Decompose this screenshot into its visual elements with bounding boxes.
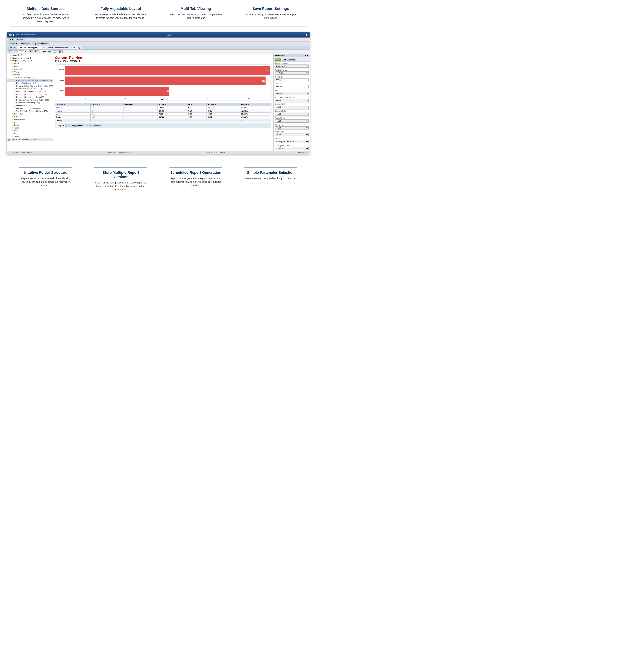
tree-item-concern-ranking[interactable]: 📄 Concern Ranking (119) [7,76,53,79]
tree-item-defect-data-dump[interactable]: 📄 Defect Data Dump (104) [7,82,53,85]
report-date-range: 19/03/2006 - 19/03/2014 [55,60,272,63]
tree-item-defects-product-rank[interactable]: 📄 Defects by Product and Rank (142) [7,96,53,99]
pct-ok-broken: 69.23 % [240,106,271,110]
tree-item-defect-detail[interactable]: 📄 Defect Detail by View and Grid Locatio… [7,85,53,87]
tree-item-audit[interactable]: 📁 Audit [7,65,53,68]
param-select-6[interactable]: << ALL >> [275,106,309,109]
param-desired-language: Desired Language English U.S. [274,62,310,68]
top-divider [10,26,307,27]
expand-all-btn[interactable]: ⊞ Expand All [19,139,29,141]
bottom-feature-title-1: Store Multiple Report Versions [94,168,147,179]
tab-concern-ranking[interactable]: Concern Ranking (119) [17,46,41,49]
table-row: missing 105 53 235.00 0.54 27.18 % 72.82… [55,110,272,113]
defects-link-broken[interactable]: 107 [92,107,95,109]
param-select-10[interactable]: << ALL >> [275,133,309,137]
col-concern[interactable]: Concern ÷ [55,103,91,106]
tree-item-defects-concern-color[interactable]: 📄 Defects by Concern-Color (123) [7,87,53,90]
refresh-btn[interactable]: 🔄 Refresh [8,139,18,141]
nav-last-btn[interactable]: ►| [34,50,39,53]
tab-concerns-responsible[interactable]: Concerns by Responsible Area and Cell (1… [41,46,82,49]
zoom-select[interactable]: 100% [41,50,51,53]
param-input-end-date[interactable] [275,85,309,88]
param-responsible-cell: Responsible Cell << ALL >> [274,110,310,117]
concern-link-missing[interactable]: missing [56,110,62,112]
totals-d1: 1.37 [187,116,206,119]
col-defects[interactable]: Defects ÷ [91,103,123,106]
print-icon[interactable]: 🖨 [53,50,57,53]
d1-missing: 0.54 [187,110,206,113]
tree-item-custom[interactable]: 📁 Custom [7,71,53,73]
parameters-collapse-icon[interactable]: ◄◄ [305,54,308,56]
tree-item-open-defects[interactable]: 📄 Open Defects (103) [7,104,53,107]
tree-item-defects-year-month[interactable]: 📄 Defects by Year Month and Station (102… [7,99,53,101]
concern-link-broken[interactable]: broken [56,107,62,109]
toggle-btn[interactable]: ◄◄ [8,38,15,41]
tree-item-admin[interactable]: 📁 Admin [7,62,53,65]
param-select-9[interactable]: << ALL >> [275,126,309,129]
run-btn[interactable]: Run [275,58,281,61]
defects-link-wrong[interactable]: 55 [92,113,94,115]
tree-item-direct-run[interactable]: 📁 Direct Run [7,113,53,115]
param-select-11[interactable]: 1, Scrap, wow this is bad [275,140,309,143]
totals-bad-units: 115 [124,116,158,119]
param-select-8[interactable]: << ALL >> [275,119,309,123]
tree-item-repair[interactable]: 📁 Repair [7,124,53,126]
sample-label: Sample [55,119,91,122]
nav-prev-btn[interactable]: ◄ [14,50,18,53]
tree-item-stage1[interactable]: 📁 stage_5-4-6_rt [7,54,53,56]
tab-subscriptions[interactable]: 📧 Subscriptions [85,124,102,127]
tree-item-stage3[interactable]: 📂 stage_5-4-6_rm_inspect [7,59,53,62]
tree-item-concerns-responsible[interactable]: 📄 Concerns by Responsible Area and Cell … [7,79,53,82]
param-input-begin-date[interactable] [275,78,309,81]
chart-bars-area: 107 105 55 [65,66,270,96]
tree-item-user[interactable]: 📁 User [7,132,53,135]
subscriptions-btn[interactable]: My Subscriptions [32,42,49,45]
tree-item-unit[interactable]: 📁 Unit [7,129,53,132]
param-select-12[interactable]: tp1 batch [275,147,309,150]
tree-item-production[interactable]: 📁 Production [7,121,53,124]
tree-item-kpi[interactable]: 📁 KPI [7,115,53,118]
tree-item-defects-part-location[interactable]: 📄 Defects by Part-Location-Color (122) [7,90,53,93]
doc-icon: 📄 [14,91,16,93]
col-points[interactable]: Points ÷ [158,103,187,106]
tree-item-open-defects-tracking[interactable]: 📄 Open Defects at Tracking Point (201) [7,107,53,110]
page-input[interactable] [19,50,24,53]
col-bad-units[interactable]: Bad Units [124,103,158,106]
col-pct-bad[interactable]: Pct Bad ÷ [206,103,240,106]
tree-item-checklist[interactable]: 📁 Checklist [7,68,53,71]
tree-item-fast-defect-dump[interactable]: 📄 Fast Defect Data Dump (150) [7,101,53,104]
tree-item-management[interactable]: 📁 Management [7,118,53,121]
server-btn[interactable]: Server ▼ [8,42,19,45]
reports-menu[interactable]: Reports [16,38,25,41]
nav-first-btn[interactable]: |◄ [8,50,13,53]
bar-label-broken: 107 [266,70,269,72]
help-btn[interactable]: ? Help [8,46,17,49]
tree-item-variable[interactable]: 📁 Variable [7,135,53,138]
col-d1[interactable]: D1 ÷ [187,103,206,106]
collapse-all-btn[interactable]: ⊟ Collapse All [31,139,42,141]
param-select-7[interactable]: << ALL >> [275,113,309,116]
export-icon[interactable]: 💾 [58,50,62,53]
tab-configurations[interactable]: 🔧 Configurations [66,124,84,127]
save-settings-btn[interactable]: Save Settings [282,58,296,61]
col-pct-ok[interactable]: Pct OK ÷ [240,103,271,106]
tree-item-stage2[interactable]: 📁 stage_5-4-6_rm_Punch [7,56,53,59]
feature-multi-tab-viewing: Multi-Tab Viewing View more than one rep… [170,6,222,23]
concern-link-wrong[interactable]: wrong [56,113,61,115]
status-bar: ©2006-2013 ATS International B.V. Server… [7,151,310,154]
tree-item-trend[interactable]: 📁 Trend [7,126,53,129]
doc-icon: 📄 [14,79,16,81]
defects-link-missing[interactable]: 105 [92,110,95,112]
tab-report[interactable]: Report [56,124,66,127]
tree-item-top-defects[interactable]: 📄 Top Defects by Responsible Area (101) [7,110,53,113]
tree-item-defects-product-concern[interactable]: 📄 Defects by Product and Concern (140) [7,93,53,96]
param-select-1[interactable]: << Custom >> [275,71,309,75]
param-shift: Shift << ALL >> [274,89,310,96]
options-btn[interactable]: Options ▼ [20,42,31,45]
param-select-5[interactable]: << ALL >> [275,99,309,102]
nav-next-btn[interactable]: ► [29,50,33,53]
bar-missing: 105 [65,76,265,86]
param-select-4[interactable]: << ALL >> [275,92,309,95]
param-select-0[interactable]: English U.S. [275,65,309,68]
tree-item-defect[interactable]: 📂 Defect [7,73,53,76]
